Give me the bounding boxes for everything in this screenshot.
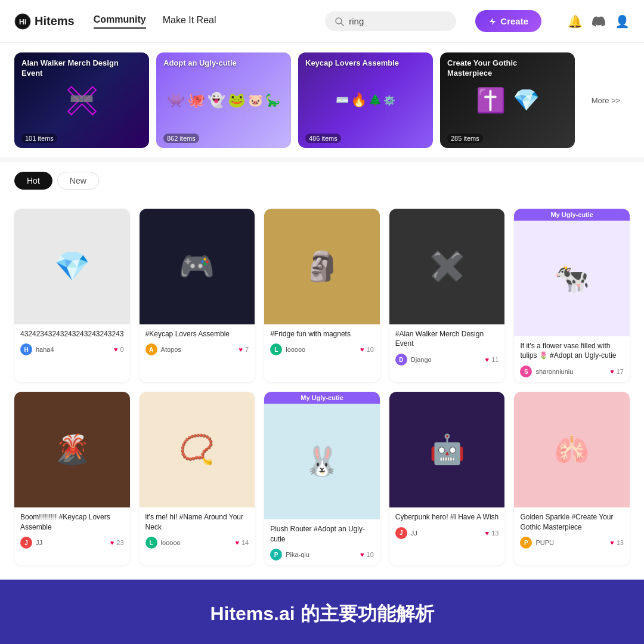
post-card[interactable]: ✖️ #Alan Walker Merch Design Event D Dja… [389,209,505,382]
post-title: Cyberpunk hero! #I Have A Wish [395,512,499,522]
post-avatar: D [395,354,407,366]
post-username: Atopos [161,346,181,353]
heart-icon: ♥ [485,356,490,363]
navbar: Hi Hitems Community Make It Real Create … [0,0,644,43]
post-card[interactable]: 🤖 Cyberpunk hero! #I Have A Wish J JJ ♥ … [389,392,505,565]
post-footer: P Pika-qiu ♥ 10 [270,549,374,561]
post-user: A Atopos [145,343,181,355]
post-avatar: P [270,549,282,561]
post-title: #Keycap Lovers Assemble [145,329,249,339]
post-body: it's me! hi! #Name Around Your Neck L lo… [140,507,255,554]
post-image: 🤖 [389,392,505,507]
post-body: If it's a flower vase filled with tulips… [514,336,630,383]
discord-icon [592,15,605,28]
post-avatar: J [20,537,32,549]
notification-button[interactable]: 🔔 [568,14,583,29]
post-footer: D Django ♥ 11 [395,354,499,366]
post-avatar: P [520,537,532,549]
post-user: S sharonniuniu [520,366,573,377]
post-title: 4324234324324324324324324324324324324324… [20,329,124,339]
post-footer: J JJ ♥ 13 [395,527,499,539]
post-like-count: 23 [116,539,123,546]
post-username: haha4 [36,346,54,353]
post-username: looooo [161,539,181,546]
create-button[interactable]: Create [475,10,541,32]
post-username: Django [411,356,432,363]
footer-text: Hitems.ai 的主要功能解析 [210,603,434,624]
post-avatar: J [395,527,407,539]
tabs-row: Hot New [14,172,630,190]
post-username: JJ [36,539,42,546]
post-card[interactable]: My Ugly-cutie 🐰 Plush Router #Adopt an U… [264,392,380,565]
featured-card-count-2: 862 items [163,134,199,143]
post-image: 🗿 [264,209,380,324]
post-card[interactable]: My Ugly-cutie 🐄 If it's a flower vase fi… [514,209,630,382]
post-card[interactable]: 🎮 #Keycap Lovers Assemble A Atopos ♥ 7 [140,209,255,382]
search-input[interactable] [349,16,432,26]
post-title: #Alan Walker Merch Design Event [395,329,499,349]
post-likes: ♥ 0 [114,346,124,353]
post-image: ✖️ [389,209,505,324]
heart-icon: ♥ [235,539,239,546]
svg-text:✕: ✕ [62,75,102,128]
featured-card-label-1: Alan Walker Merch Design Event [21,58,129,79]
discord-button[interactable] [592,15,605,28]
logo[interactable]: Hi Hitems [14,13,75,30]
heart-icon: ♥ [239,346,243,353]
post-likes: ♥ 7 [239,346,249,353]
post-like-count: 13 [617,539,624,546]
post-image: 🐰 [264,404,380,519]
post-body: #Alan Walker Merch Design Event D Django… [389,324,505,371]
featured-card-label-3: Keycap Lovers Assemble [305,58,399,69]
featured-grid: ✕ ▓▓▓▓▓ Alan Walker Merch Design Event 1… [14,52,630,148]
post-image: 💎 [14,209,130,324]
post-user: P PUPU [520,537,554,549]
post-like-count: 10 [367,346,374,353]
nav-community[interactable]: Community [94,14,146,29]
post-likes: ♥ 13 [485,530,499,537]
heart-icon: ♥ [110,539,114,546]
post-username: Pika-qiu [286,551,309,558]
featured-more-link[interactable]: More >> [582,52,630,148]
post-body: Cyberpunk hero! #I Have A Wish J JJ ♥ 13 [389,507,505,544]
featured-card-alan-walker[interactable]: ✕ ▓▓▓▓▓ Alan Walker Merch Design Event 1… [14,52,149,148]
nav-make-it-real[interactable]: Make It Real [163,15,216,28]
post-footer: J JJ ♥ 23 [20,537,124,549]
post-card[interactable]: 🗿 #Fridge fun with magnets L looooo ♥ 10 [264,209,380,382]
tab-hot[interactable]: Hot [14,172,52,190]
post-user: L looooo [270,343,305,355]
footer-banner: Hitems.ai 的主要功能解析 [0,580,644,644]
post-user: P Pika-qiu [270,549,309,561]
post-body: Plush Router #Adopt an Ugly-cutie P Pika… [264,519,380,566]
more-label: More >> [592,96,620,105]
post-card[interactable]: 📿 it's me! hi! #Name Around Your Neck L … [140,392,255,565]
post-likes: ♥ 10 [360,551,374,558]
featured-card-label-4: Create Your Gothic Masterpiece [447,58,555,79]
profile-button[interactable]: 👤 [615,14,630,29]
post-title: Golden Sparkle #Create Your Gothic Maste… [520,512,624,532]
post-card[interactable]: 🌋 Boom!!!!!!!!! #Keycap Lovers Assemble … [14,392,130,565]
post-user: H haha4 [20,343,54,355]
post-body: #Keycap Lovers Assemble A Atopos ♥ 7 [140,324,255,361]
post-title: Boom!!!!!!!!! #Keycap Lovers Assemble [20,512,124,532]
featured-card-keycap[interactable]: ⌨️🔥🌲⚙️ Keycap Lovers Assemble 486 items [298,52,433,148]
heart-icon: ♥ [485,530,490,537]
post-card-header: My Ugly-cutie [514,209,630,221]
post-card[interactable]: 💎 43242343243243243243243243243243243243… [14,209,130,382]
post-user: L looooo [145,537,181,549]
featured-card-gothic[interactable]: ✝️💎 Create Your Gothic Masterpiece 285 i… [440,52,575,148]
featured-section: ✕ ▓▓▓▓▓ Alan Walker Merch Design Event 1… [0,43,644,157]
post-avatar: A [145,343,157,355]
post-username: PUPU [535,539,554,546]
tab-new[interactable]: New [57,172,99,190]
post-likes: ♥ 17 [610,368,624,375]
post-card-header: My Ugly-cutie [264,392,380,404]
featured-card-ugly-cutie[interactable]: 👾🐙👻🐸🐷🦕 Adopt an Ugly-cutie 862 items [156,52,291,148]
post-like-count: 7 [245,346,249,353]
post-footer: P PUPU ♥ 13 [520,537,624,549]
post-card[interactable]: 🫁 Golden Sparkle #Create Your Gothic Mas… [514,392,630,565]
heart-icon: ♥ [610,539,614,546]
post-body: #Fridge fun with magnets L looooo ♥ 10 [264,324,380,361]
nav-icon-group: 🔔 👤 [568,14,630,29]
create-label: Create [500,16,528,26]
